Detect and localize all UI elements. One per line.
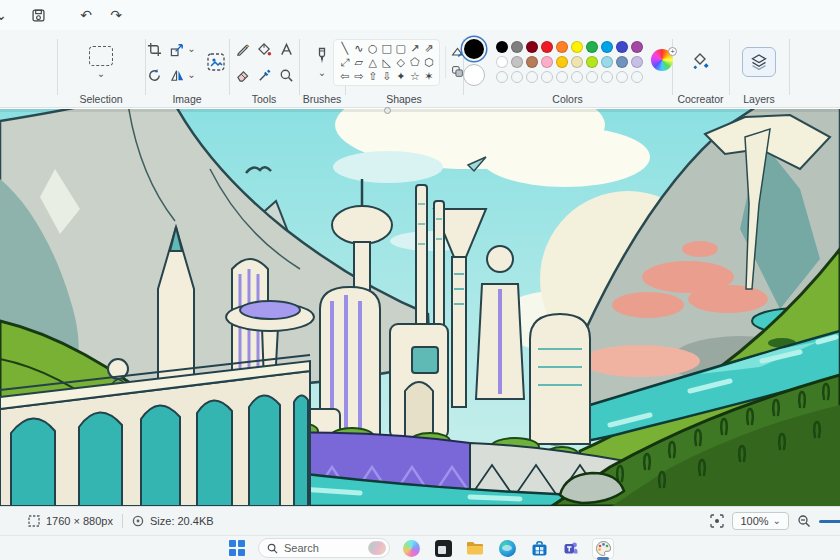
color-swatch[interactable] [511,41,523,53]
shape-option[interactable]: ▢ [394,42,407,55]
zoom-slider[interactable] [819,520,840,523]
edit-colors-button[interactable]: + [651,49,675,75]
flip-button[interactable]: ⌄ [170,68,195,83]
canvas-resize-handle[interactable] [384,107,391,114]
empty-color-slot[interactable] [556,71,568,83]
brushes-button[interactable] [314,47,330,65]
canvas-size-icon [28,515,40,527]
empty-color-slot[interactable] [631,71,643,83]
empty-color-slot[interactable] [526,71,538,83]
taskbar-search-box[interactable]: Search [258,538,390,558]
group-label-colors: Colors [464,93,671,105]
empty-color-slot[interactable] [496,71,508,83]
store-button[interactable] [528,538,550,559]
shape-option[interactable]: ✦ [394,70,407,83]
foreground-color-swatch[interactable] [464,39,484,59]
selection-dropdown-chevron[interactable]: ⌄ [97,69,105,79]
shape-option[interactable]: ◇ [394,56,407,69]
color-swatch[interactable] [601,41,613,53]
color-swatch[interactable] [511,56,523,68]
shape-option[interactable]: ⇩ [380,70,393,83]
color-swatch[interactable] [496,41,508,53]
color-swatch[interactable] [586,56,598,68]
remove-background-button[interactable] [206,52,226,72]
color-swatch[interactable] [541,56,553,68]
shape-option[interactable]: ▱ [352,56,365,69]
shape-option[interactable]: ☆ [408,70,421,83]
color-swatch[interactable] [526,56,538,68]
zoom-out-button[interactable] [797,514,811,528]
fill-bucket-icon [257,42,272,57]
selection-tool-button[interactable] [89,46,113,66]
shape-option[interactable]: ◺ [380,56,393,69]
shape-option[interactable]: ⇗ [422,42,435,55]
color-swatch[interactable] [541,41,553,53]
pencil-tool-button[interactable] [235,42,250,57]
color-swatch[interactable] [631,41,643,53]
shape-option[interactable]: ⇦ [338,70,351,83]
paint-app-button[interactable] [592,538,614,559]
shape-option[interactable]: ⬠ [408,56,421,69]
resize-button[interactable]: ⌄ [170,42,195,57]
file-explorer-button[interactable] [464,538,486,559]
color-swatch[interactable] [631,56,643,68]
color-picker-tool-button[interactable] [257,68,272,83]
color-swatch[interactable] [616,56,628,68]
rotate-button[interactable] [147,68,162,83]
color-swatch[interactable] [586,41,598,53]
color-swatch[interactable] [571,41,583,53]
text-tool-button[interactable] [279,42,294,57]
shape-option[interactable]: □ [380,42,393,55]
eraser-tool-button[interactable] [235,68,250,83]
brushes-dropdown-chevron[interactable]: ⌄ [318,68,326,78]
eraser-icon [235,68,250,83]
empty-color-slot[interactable] [571,71,583,83]
save-button[interactable] [25,3,51,27]
background-color-swatch[interactable] [463,64,485,86]
empty-color-slot[interactable] [586,71,598,83]
shape-option[interactable]: △ [366,56,379,69]
drawing-canvas[interactable] [0,109,840,506]
qat-overflow-chevron-icon[interactable]: ⌄ [0,3,7,27]
shape-option[interactable]: ⇧ [366,70,379,83]
chevron-down-icon: ⌄ [187,70,195,80]
color-swatch[interactable] [571,56,583,68]
copilot-button[interactable] [400,538,422,559]
canvas-artwork[interactable] [0,109,840,506]
shape-option[interactable]: ╲ [338,42,351,55]
empty-color-slot[interactable] [616,71,628,83]
dark-app-button[interactable] [432,538,454,559]
shape-option[interactable]: ↗ [408,42,421,55]
shape-option[interactable]: ∿ [352,42,365,55]
empty-color-slot[interactable] [601,71,613,83]
layers-button[interactable] [742,47,776,77]
shape-option[interactable]: ⇨ [352,70,365,83]
color-swatch[interactable] [556,56,568,68]
cocreator-button[interactable] [690,51,712,73]
color-swatch[interactable] [556,41,568,53]
paint-icon [595,540,612,557]
edge-button[interactable] [496,538,518,559]
redo-button[interactable]: ↷ [103,3,129,27]
color-swatch[interactable] [601,56,613,68]
crop-button[interactable] [147,42,162,57]
shape-option[interactable]: ⤢ [338,56,351,69]
fill-tool-button[interactable] [257,42,272,57]
teams-button[interactable] [560,538,582,559]
color-swatch[interactable] [616,41,628,53]
rotate-icon [147,68,162,83]
undo-button[interactable]: ↶ [73,3,99,27]
start-button[interactable] [226,538,248,559]
resize-icon [170,42,185,57]
color-swatch[interactable] [526,41,538,53]
empty-color-slot[interactable] [541,71,553,83]
search-icon [267,543,278,554]
magnifier-tool-button[interactable] [279,68,294,83]
zoom-level-dropdown[interactable]: 100% ⌄ [732,512,789,530]
shape-option[interactable]: ✶ [422,70,435,83]
empty-color-slot[interactable] [511,71,523,83]
color-swatch[interactable] [496,56,508,68]
shape-option[interactable]: ○ [366,42,379,55]
fit-to-window-button[interactable] [710,514,724,528]
shape-option[interactable]: ⬡ [422,56,435,69]
